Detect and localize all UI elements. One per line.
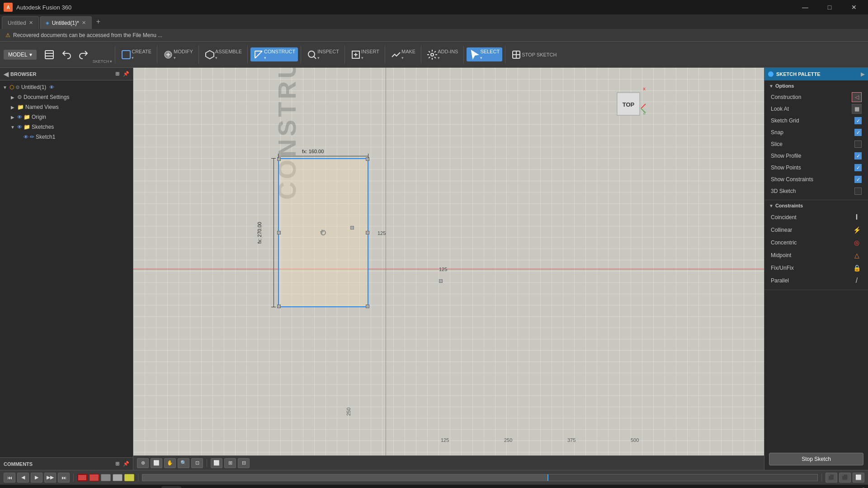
coincident-icon[interactable]: I [852,212,862,222]
snap-checkbox[interactable]: ✓ [854,129,862,136]
zoom-fit-btn[interactable]: ⊡ [191,458,203,468]
inspect-btn[interactable]: INSPECT ▾ [304,47,342,61]
comments-pin-btn[interactable]: 📌 [123,461,129,467]
fix-unfix-icon[interactable]: 🔒 [852,263,862,273]
timeline-color-red[interactable] [77,474,87,481]
insert-btn[interactable]: INSERT ▾ [348,47,382,61]
view-settings-btn[interactable]: ⊟ [238,458,250,468]
sketch-rectangle[interactable] [278,158,368,307]
timeline-track[interactable] [142,474,818,481]
undo-btn[interactable] [58,48,75,61]
tab-untitled1[interactable]: ◈ Untitled(1)* ✕ [40,16,92,29]
modify-label: MODIFY [174,49,193,54]
construct-btn[interactable]: CONSTRUCT ▾ [250,47,298,61]
look-at-btn[interactable]: ▦ [852,104,862,114]
midpoint-icon[interactable]: △ [852,250,862,260]
close-btn[interactable]: ✕ [844,0,864,14]
play-next-btn[interactable]: ▶▶ [44,473,56,483]
taskbar-folder-btn[interactable]: 📁 [96,486,116,488]
assemble-btn[interactable]: ASSEMBLE ▾ [202,47,245,61]
taskbar-taskview-btn[interactable]: ❑ [47,486,67,488]
taskbar-windows-btn[interactable]: ⊞ [4,486,24,488]
handle-mid-left[interactable] [277,231,281,235]
model-dropdown[interactable]: MODEL ▾ [4,50,37,60]
center-point[interactable] [321,230,326,235]
collinear-icon[interactable]: ⚡ [852,225,862,235]
browser-pin-btn[interactable]: 📌 [123,71,129,77]
browser-expand-btn[interactable]: ⊞ [115,71,119,77]
timeline-color-red2[interactable] [89,474,99,481]
tree-item-sketch1[interactable]: ▶ 👁 ✏ Sketch1 [0,132,133,142]
maximize-btn[interactable]: □ [819,0,840,14]
tree-item-sketches[interactable]: ▼ 👁 📁 Sketches [0,122,133,132]
tree-root-label: Untitled(1) [21,84,46,90]
minimize-btn[interactable]: — [795,0,816,14]
timeline-btn-2[interactable]: ⬛ [839,473,851,483]
tree-item-named-views[interactable]: ▶ 📁 Named Views [0,102,133,112]
stop-sketch-btn[interactable]: Stop Sketch [769,453,863,465]
modify-btn[interactable]: MODIFY ▾ [160,47,196,61]
view-cube[interactable]: TOP X Z [610,86,646,122]
taskbar-browser-btn[interactable]: e [75,486,94,488]
browser-collapse-btn[interactable]: ◀ [4,70,9,78]
sketch-grid-checkbox[interactable]: ✓ [854,117,862,124]
taskbar-fusion-btn[interactable]: F [161,486,181,488]
show-points-checkbox[interactable]: ✓ [854,164,862,171]
timeline-color-gray1[interactable] [101,474,111,481]
tab-untitled1-icon: ◈ [46,20,49,25]
concentric-icon[interactable]: ◎ [852,238,862,248]
canvas-area[interactable]: CONSTRUCT - fx: 160.00 fx: 27 [133,68,764,470]
play-first-btn[interactable]: ⏮ [4,473,15,483]
create-btn[interactable]: CREATE ▾ [118,47,154,61]
play-prev-btn[interactable]: ◀ [17,473,29,483]
inner-dim-v-label: 125 [439,267,447,272]
zoom-btn[interactable]: 🔍 [178,458,189,468]
handle-bottom-right[interactable] [366,305,369,308]
taskbar-store-btn[interactable]: 🛍 [118,486,138,488]
play-last-btn[interactable]: ⏭ [58,473,70,483]
layout-btn[interactable]: ⬜ [151,458,162,468]
tree-root-eye-icon[interactable]: 👁 [49,84,54,90]
display-mode-btn[interactable]: ⬜ [211,458,222,468]
constraints-section-header[interactable]: ▼ Constraints [769,203,863,208]
pan-btn[interactable]: ✋ [164,458,176,468]
timeline-color-yellow[interactable] [124,474,134,481]
comments-expand-btn[interactable]: ⊞ [115,461,119,467]
sketch-btn[interactable] [41,48,57,61]
tree-root-arrow: ▼ [2,85,8,90]
addins-btn[interactable]: ADD-INS ▾ [424,47,461,61]
timeline-color-gray2[interactable] [113,474,123,481]
handle-top-right[interactable] [366,157,369,161]
tree-root[interactable]: ▼ ⬡ ⚙ Untitled(1) 👁 [0,82,133,92]
select-btn[interactable]: SELECT ▾ [467,47,502,61]
show-profile-checkbox[interactable]: ✓ [854,152,862,160]
snap-btn[interactable]: ⊕ [137,458,149,468]
handle-bottom-left[interactable] [277,305,281,308]
tab-untitled-close[interactable]: ✕ [29,20,33,26]
options-section-header[interactable]: ▼ Options [769,83,863,89]
palette-collapse-btn[interactable]: ▶ [861,71,864,77]
stop-sketch-toolbar-btn[interactable]: STOP SKETCH [508,48,559,61]
grid-display-btn[interactable]: ⊞ [224,458,236,468]
top-dim-label: fx: 160.00 [301,148,325,155]
slice-row: Slice [769,138,863,150]
taskbar-search-btn[interactable]: 🔍 [25,486,45,488]
3d-sketch-checkbox[interactable] [854,188,862,195]
parallel-icon[interactable]: / [852,276,862,286]
play-btn[interactable]: ▶ [31,473,42,483]
slice-checkbox[interactable] [854,141,862,148]
tab-untitled[interactable]: Untitled ✕ [2,16,39,29]
handle-mid-right[interactable] [366,231,369,235]
timeline-btn-1[interactable]: ⬛ [826,473,837,483]
construction-btn[interactable]: ◁ [852,92,862,102]
tree-item-document-settings[interactable]: ▶ ⚙ Document Settings [0,92,133,102]
tree-item-origin[interactable]: ▶ 👁 📁 Origin [0,112,133,122]
taskbar-chrome-btn[interactable]: 🌐 [140,486,160,488]
timeline-btn-3[interactable]: ⬜ [853,473,864,483]
add-tab-btn[interactable]: + [93,16,104,28]
redo-btn[interactable] [75,48,92,61]
make-btn[interactable]: MAKE ▾ [388,47,418,61]
tab-untitled1-close[interactable]: ✕ [82,20,86,26]
show-points-label: Show Points [771,164,801,171]
show-constraints-checkbox[interactable]: ✓ [854,176,862,183]
